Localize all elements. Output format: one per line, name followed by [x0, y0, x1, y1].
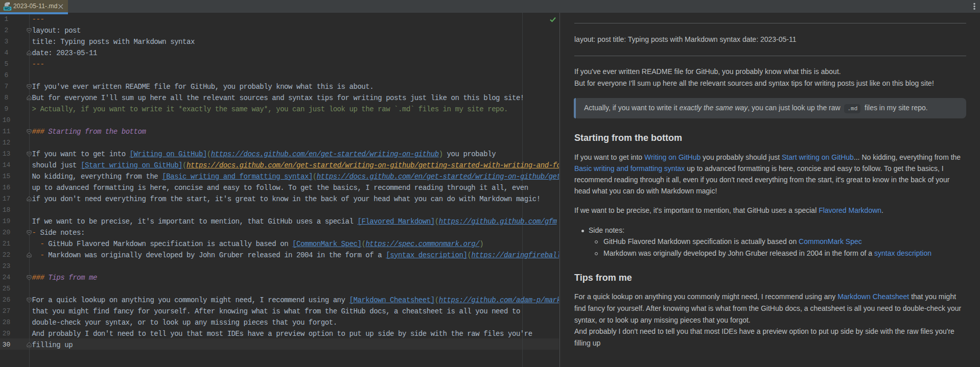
svg-text:MD: MD — [5, 6, 11, 11]
